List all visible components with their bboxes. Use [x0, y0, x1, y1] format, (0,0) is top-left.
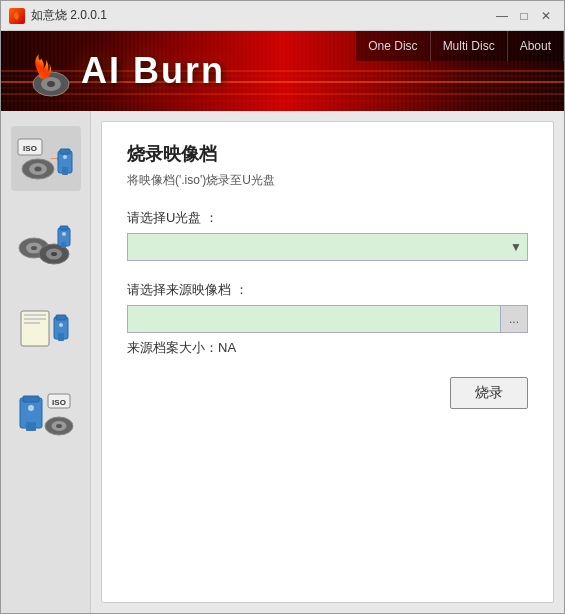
files-icon	[16, 301, 76, 356]
panel-subtitle: 将映像档('.iso')烧录至U光盘	[127, 172, 528, 189]
iso-file-input[interactable]	[127, 305, 500, 333]
title-bar: 如意烧 2.0.0.1 — □ ✕	[1, 1, 564, 31]
svg-rect-32	[24, 322, 40, 324]
disc-copy-icon	[16, 216, 76, 271]
udisk-select-wrapper: ▼	[127, 233, 528, 261]
svg-point-13	[34, 167, 41, 172]
svg-rect-16	[60, 149, 70, 154]
svg-point-24	[51, 252, 57, 256]
svg-rect-26	[60, 226, 68, 230]
select-udisk-label: 请选择U光盘 ：	[127, 209, 528, 227]
svg-rect-27	[61, 242, 66, 248]
minimize-button[interactable]: —	[492, 6, 512, 26]
content-panel: 烧录映像档 将映像档('.iso')烧录至U光盘 请选择U光盘 ： ▼ 请选择来…	[101, 121, 554, 603]
one-disc-nav-button[interactable]: One Disc	[356, 31, 430, 61]
about-nav-button[interactable]: About	[508, 31, 564, 61]
close-button[interactable]: ✕	[536, 6, 556, 26]
svg-rect-39	[26, 422, 36, 431]
svg-point-36	[59, 323, 63, 327]
sidebar-item-files[interactable]	[11, 296, 81, 361]
select-iso-group: 请选择来源映像档 ： ... 来源档案大小：NA	[127, 281, 528, 357]
select-udisk-group: 请选择U光盘 ： ▼	[127, 209, 528, 261]
svg-text:ISO: ISO	[23, 144, 37, 153]
iso-file-input-wrapper: ...	[127, 305, 528, 333]
sidebar-item-iso-disc[interactable]: ISO	[11, 381, 81, 446]
svg-rect-34	[56, 315, 66, 320]
main-content: ISO →	[1, 111, 564, 613]
udisk-select[interactable]	[127, 233, 528, 261]
svg-point-18	[63, 155, 67, 159]
app-icon	[9, 8, 25, 24]
header-nav: One Disc Multi Disc About	[356, 31, 564, 61]
logo-text: AI Burn	[81, 50, 225, 92]
svg-point-8	[47, 81, 55, 87]
iso-browse-button[interactable]: ...	[500, 305, 528, 333]
burn-button-row: 烧录	[127, 377, 528, 409]
svg-rect-30	[24, 314, 46, 316]
window-title: 如意烧 2.0.0.1	[31, 7, 107, 24]
header-banner: One Disc Multi Disc About	[1, 31, 564, 111]
svg-rect-38	[23, 396, 39, 402]
select-iso-label: 请选择来源映像档 ：	[127, 281, 528, 299]
svg-point-21	[31, 246, 37, 250]
file-size-text: 来源档案大小：NA	[127, 339, 528, 357]
svg-text:ISO: ISO	[52, 398, 66, 407]
iso-disc-icon: ISO	[16, 386, 76, 441]
title-bar-controls: — □ ✕	[492, 6, 556, 26]
svg-rect-29	[21, 311, 49, 346]
main-window: 如意烧 2.0.0.1 — □ ✕ One Disc Multi Disc Ab…	[0, 0, 565, 614]
svg-rect-35	[58, 333, 64, 341]
svg-point-40	[28, 405, 34, 411]
header-logo: AI Burn	[1, 31, 245, 111]
panel-title: 烧录映像档	[127, 142, 528, 166]
maximize-button[interactable]: □	[514, 6, 534, 26]
svg-point-28	[62, 232, 66, 236]
multi-disc-nav-button[interactable]: Multi Disc	[431, 31, 508, 61]
iso-usb-icon: ISO →	[16, 131, 76, 186]
svg-point-45	[56, 424, 62, 428]
svg-rect-17	[62, 167, 68, 175]
burn-button[interactable]: 烧录	[450, 377, 528, 409]
sidebar-item-disc-copy[interactable]	[11, 211, 81, 276]
sidebar: ISO →	[1, 111, 91, 613]
svg-rect-31	[24, 318, 46, 320]
sidebar-item-iso-usb[interactable]: ISO →	[11, 126, 81, 191]
logo-flame-icon	[21, 44, 71, 99]
title-bar-left: 如意烧 2.0.0.1	[9, 7, 107, 24]
